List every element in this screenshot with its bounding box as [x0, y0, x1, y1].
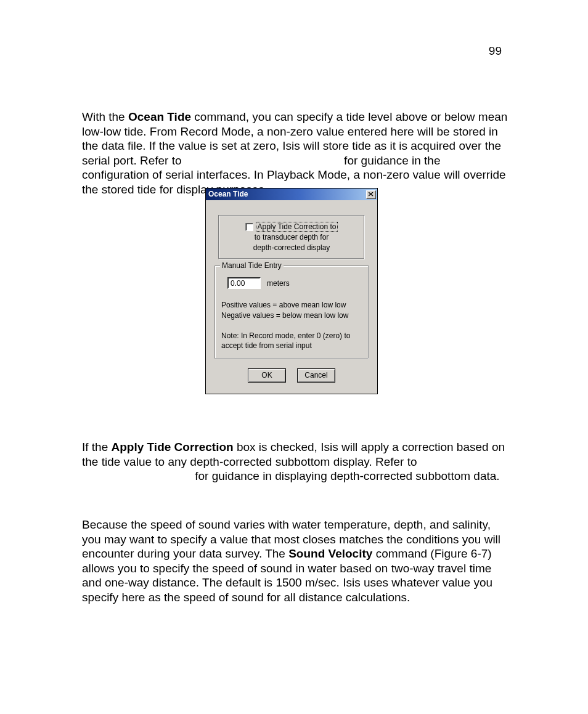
- record-mode-note: Note: In Record mode, enter 0 (zero) to …: [221, 331, 362, 351]
- p2-bold-apply: Apply Tide Correction: [112, 440, 234, 453]
- dialog-buttons: OK Cancel: [212, 368, 371, 383]
- apply-tide-sub2: depth-corrected display: [224, 243, 359, 253]
- explain-negative: Negative values = below mean low low: [221, 310, 362, 321]
- ok-button[interactable]: OK: [248, 368, 286, 383]
- paragraph-apply-tide: If the Apply Tide Correction box is chec…: [82, 440, 510, 484]
- apply-tide-sub1: to transducer depth for: [224, 233, 359, 242]
- p2-text-a: If the: [82, 440, 112, 453]
- p1-text-a: With the: [82, 110, 128, 123]
- page-number: 99: [489, 44, 502, 58]
- p2-text-c: for guidance in displaying depth-correct…: [192, 469, 500, 482]
- value-explain: Positive values = above mean low low Neg…: [221, 300, 362, 321]
- ocean-tide-dialog: Ocean Tide Apply Tide Correction to to t…: [205, 188, 378, 394]
- p3-bold-sound: Sound Velocity: [288, 547, 372, 560]
- close-icon: [369, 192, 374, 197]
- tide-value-input[interactable]: [227, 277, 261, 289]
- apply-correction-box: Apply Tide Correction to to transducer d…: [218, 215, 365, 259]
- cancel-button[interactable]: Cancel: [297, 368, 335, 383]
- apply-tide-label: Apply Tide Correction to: [256, 222, 337, 232]
- p1-bold-ocean-tide: Ocean Tide: [128, 110, 191, 123]
- manual-tide-legend: Manual Tide Entry: [220, 261, 284, 270]
- paragraph-ocean-tide: With the Ocean Tide command, you can spe…: [82, 110, 510, 197]
- dialog-title: Ocean Tide: [208, 189, 248, 200]
- paragraph-sound-velocity: Because the speed of sound varies with w…: [82, 517, 510, 604]
- explain-positive: Positive values = above mean low low: [221, 300, 362, 310]
- dialog-titlebar[interactable]: Ocean Tide: [206, 189, 377, 200]
- close-button[interactable]: [366, 190, 376, 199]
- apply-tide-checkbox[interactable]: [245, 223, 253, 231]
- tide-unit-label: meters: [267, 279, 290, 288]
- manual-tide-group: Manual Tide Entry meters Positive values…: [214, 266, 369, 359]
